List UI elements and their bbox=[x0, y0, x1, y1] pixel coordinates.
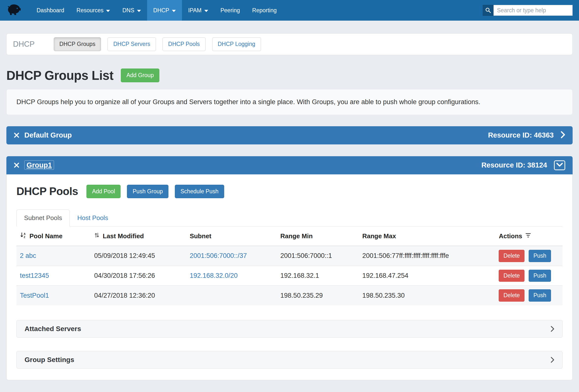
mammoth-logo-icon bbox=[6, 4, 21, 17]
add-group-button[interactable]: Add Group bbox=[121, 69, 159, 82]
header-label: Range Max bbox=[362, 232, 396, 240]
range-min-cell: 198.50.235.29 bbox=[277, 286, 359, 305]
range-max-cell: 198.50.235.30 bbox=[359, 286, 495, 305]
groups-description: DHCP Groups help you to organize all of … bbox=[6, 89, 573, 115]
collapse-toggle[interactable] bbox=[554, 160, 565, 170]
caret-down-icon bbox=[204, 10, 208, 12]
accordion-attached-servers[interactable]: Attached Servers bbox=[16, 320, 563, 338]
resource-id-label: Resource ID: 46363 bbox=[488, 131, 554, 139]
header-label: Subnet bbox=[190, 232, 212, 240]
global-search bbox=[483, 0, 573, 21]
accordion-title: Attached Servers bbox=[25, 325, 81, 333]
chevron-right-icon bbox=[551, 357, 554, 363]
group-name-link[interactable]: Group1 bbox=[24, 160, 54, 170]
header-range-min[interactable]: Range Min bbox=[277, 227, 359, 246]
header-last-modified[interactable]: Last Modified bbox=[91, 227, 186, 246]
accordion-group-settings[interactable]: Group Settings bbox=[16, 351, 563, 369]
caret-down-icon bbox=[137, 10, 141, 12]
delete-button[interactable]: Delete bbox=[499, 270, 524, 282]
top-navbar: Dashboard Resources DNS DHCP IPAM Peerin… bbox=[0, 0, 579, 21]
table-row: test12345 04/30/2018 17:56:26 192.168.32… bbox=[16, 266, 563, 286]
page-title: DHCP Groups List bbox=[6, 68, 113, 83]
push-button[interactable]: Push bbox=[529, 289, 551, 302]
last-modified-cell: 04/30/2018 17:56:26 bbox=[91, 266, 186, 286]
pools-tabs: Subnet Pools Host Pools bbox=[16, 210, 563, 227]
push-button[interactable]: Push bbox=[529, 250, 551, 262]
close-icon[interactable] bbox=[14, 132, 19, 138]
last-modified-cell: 05/09/2018 12:49:45 bbox=[91, 246, 186, 266]
nav-item-dhcp[interactable]: DHCP bbox=[147, 0, 182, 21]
last-modified-cell: 04/27/2018 12:36:20 bbox=[91, 286, 186, 305]
close-icon[interactable] bbox=[14, 162, 19, 168]
pool-name-link[interactable]: 2 abc bbox=[20, 252, 36, 259]
subnet-link[interactable]: 192.168.32.0/20 bbox=[190, 272, 238, 279]
subnet-link[interactable]: 2001:506:7000::/37 bbox=[190, 252, 247, 259]
brand-logo[interactable] bbox=[6, 0, 21, 21]
nav-label: DNS bbox=[122, 7, 134, 14]
chevron-right-icon[interactable] bbox=[561, 131, 565, 139]
nav-item-reporting[interactable]: Reporting bbox=[246, 0, 283, 21]
delete-button[interactable]: Delete bbox=[499, 289, 524, 302]
search-icon[interactable] bbox=[483, 5, 494, 16]
filter-icon[interactable] bbox=[525, 232, 531, 240]
nav-label: DHCP bbox=[153, 7, 169, 14]
table-header-row: A Z Pool Name bbox=[16, 227, 563, 246]
nav-item-dashboard[interactable]: Dashboard bbox=[30, 0, 71, 21]
pool-name-link[interactable]: test12345 bbox=[20, 272, 49, 279]
page-header: DHCP Groups List Add Group bbox=[6, 68, 573, 83]
nav-label: Resources bbox=[77, 7, 104, 14]
push-group-button[interactable]: Push Group bbox=[127, 185, 168, 198]
pools-title: DHCP Pools bbox=[16, 185, 78, 197]
group-bar-default-group[interactable]: Default Group Resource ID: 46363 bbox=[6, 126, 573, 145]
main-nav: Dashboard Resources DNS DHCP IPAM Peerin… bbox=[30, 0, 283, 21]
range-max-cell: 192.168.47.254 bbox=[359, 266, 495, 286]
group1-panel: DHCP Pools Add Pool Push Group Schedule … bbox=[6, 174, 573, 380]
caret-down-icon bbox=[172, 10, 176, 12]
nav-item-dns[interactable]: DNS bbox=[116, 0, 147, 21]
range-max-cell: 2001:506:77ff:ffff:ffff:ffff:ffff:fffe bbox=[359, 246, 495, 266]
nav-item-ipam[interactable]: IPAM bbox=[182, 0, 214, 21]
header-label: Actions bbox=[499, 232, 522, 240]
nav-label: Peering bbox=[220, 7, 240, 14]
tab-host-pools[interactable]: Host Pools bbox=[70, 210, 116, 227]
svg-text:A: A bbox=[24, 232, 26, 235]
accordion-title: Group Settings bbox=[25, 356, 74, 364]
nav-item-resources[interactable]: Resources bbox=[71, 0, 116, 21]
header-label: Last Modified bbox=[103, 232, 144, 240]
nav-label: Reporting bbox=[252, 7, 277, 14]
header-label: Range Min bbox=[281, 232, 313, 240]
push-button[interactable]: Push bbox=[529, 270, 551, 282]
range-min-cell: 2001:506:7000::1 bbox=[277, 246, 359, 266]
search-input[interactable] bbox=[494, 5, 573, 16]
dhcp-servers-button[interactable]: DHCP Servers bbox=[108, 37, 156, 51]
schedule-push-button[interactable]: Schedule Push bbox=[175, 185, 224, 198]
table-row: 2 abc 05/09/2018 12:49:45 2001:506:7000:… bbox=[16, 246, 563, 266]
header-range-max[interactable]: Range Max bbox=[359, 227, 495, 246]
delete-button[interactable]: Delete bbox=[499, 250, 524, 262]
dhcp-logging-button[interactable]: DHCP Logging bbox=[212, 37, 261, 51]
svg-text:Z: Z bbox=[24, 235, 25, 238]
caret-down-icon bbox=[106, 10, 110, 12]
resource-id-label: Resource ID: 38124 bbox=[481, 161, 547, 169]
sort-icon bbox=[94, 232, 100, 240]
header-pool-name[interactable]: A Z Pool Name bbox=[16, 227, 91, 246]
dhcp-pools-button[interactable]: DHCP Pools bbox=[162, 37, 206, 51]
tab-subnet-pools[interactable]: Subnet Pools bbox=[16, 210, 70, 227]
add-pool-button[interactable]: Add Pool bbox=[86, 185, 121, 198]
group-bar-group1[interactable]: Group1 Resource ID: 38124 bbox=[6, 156, 573, 174]
header-actions[interactable]: Actions bbox=[495, 227, 563, 246]
dhcp-groups-button[interactable]: DHCP Groups bbox=[54, 37, 101, 51]
dhcp-subnav-card: DHCP DHCP Groups DHCP Servers DHCP Pools… bbox=[6, 33, 573, 55]
nav-item-peering[interactable]: Peering bbox=[214, 0, 246, 21]
subnav-label: DHCP bbox=[13, 40, 35, 49]
chevron-right-icon bbox=[551, 326, 554, 332]
header-subnet[interactable]: Subnet bbox=[186, 227, 277, 246]
chevron-down-icon bbox=[556, 162, 563, 168]
subnet-pools-table: A Z Pool Name bbox=[16, 227, 563, 305]
sort-alpha-icon: A Z bbox=[20, 232, 26, 240]
pool-name-link[interactable]: TestPool1 bbox=[20, 292, 49, 299]
range-min-cell: 192.168.32.1 bbox=[277, 266, 359, 286]
header-label: Pool Name bbox=[29, 232, 62, 240]
nav-label: Dashboard bbox=[37, 7, 64, 14]
table-row: TestPool1 04/27/2018 12:36:20 198.50.235… bbox=[16, 286, 563, 305]
